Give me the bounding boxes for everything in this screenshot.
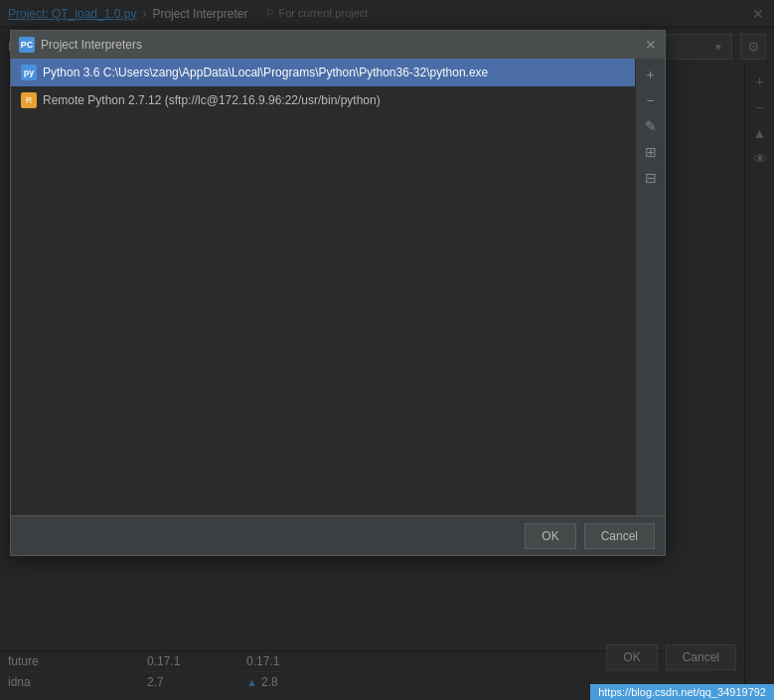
dialog-title-bar: PC Project Interpreters ✕ xyxy=(11,31,665,59)
dialog-add-button[interactable]: + xyxy=(639,63,663,86)
project-interpreters-dialog: PC Project Interpreters ✕ py Python 3.6 … xyxy=(10,30,666,556)
main-window: Project: QT_load_1.0.py › Project Interp… xyxy=(0,0,774,700)
dialog-footer: OK Cancel xyxy=(11,515,665,555)
dialog-close-button[interactable]: ✕ xyxy=(645,38,657,52)
interpreter-item-label: Remote Python 2.7.12 (sftp://lc@172.16.9… xyxy=(43,93,381,107)
dialog-ok-button[interactable]: OK xyxy=(525,523,575,549)
dialog-tree-button[interactable]: ⊟ xyxy=(639,166,663,190)
dialog-title: Project Interpreters xyxy=(41,38,142,52)
dialog-toolbar: + − ✎ ⊞ ⊟ xyxy=(635,59,665,515)
url-label[interactable]: https://blog.csdn.net/qq_34919792 xyxy=(598,686,766,698)
interpreter-item-label: Python 3.6 C:\Users\zang\AppData\Local\P… xyxy=(43,66,488,79)
list-item[interactable]: R Remote Python 2.7.12 (sftp://lc@172.16… xyxy=(11,86,635,114)
dialog-filter-button[interactable]: ⊞ xyxy=(639,140,663,164)
modal-overlay: PC Project Interpreters ✕ py Python 3.6 … xyxy=(0,0,774,700)
pycharm-icon: PC xyxy=(19,37,35,53)
python-icon: py xyxy=(21,65,37,80)
dialog-title-content: PC Project Interpreters xyxy=(19,37,142,53)
dialog-remove-button[interactable]: − xyxy=(639,88,663,112)
list-item[interactable]: py Python 3.6 C:\Users\zang\AppData\Loca… xyxy=(11,59,635,86)
dialog-body: py Python 3.6 C:\Users\zang\AppData\Loca… xyxy=(11,59,665,515)
bottom-url-bar: https://blog.csdn.net/qq_34919792 xyxy=(590,684,774,700)
dialog-edit-button[interactable]: ✎ xyxy=(639,114,663,138)
interpreter-list: py Python 3.6 C:\Users\zang\AppData\Loca… xyxy=(11,59,635,515)
dialog-cancel-button[interactable]: Cancel xyxy=(584,523,655,549)
remote-icon: R xyxy=(21,92,37,108)
